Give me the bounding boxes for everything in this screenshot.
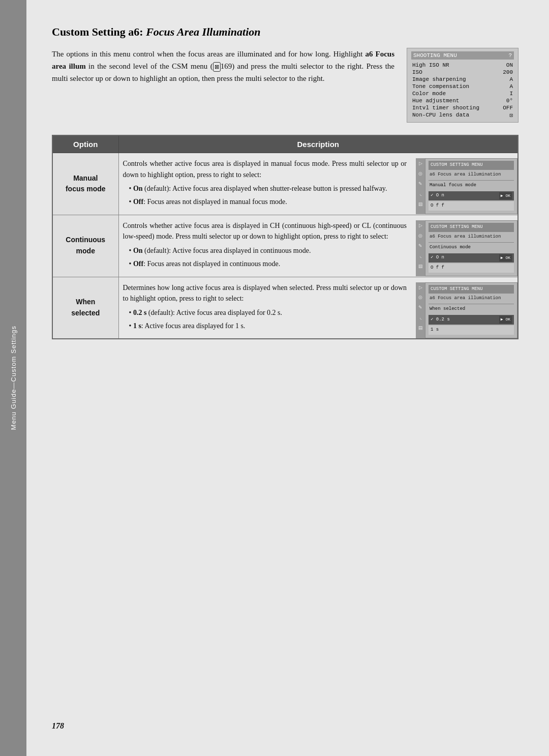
title-normal: Custom Setting a6:: [52, 25, 146, 38]
screen-0: ▷◎✎◟▤CUSTOM SETTING MENUa6 Focus area il…: [416, 158, 517, 214]
screen-title-1: CUSTOM SETTING MENU: [429, 223, 514, 232]
desc-cell-0: Controls whether active focus area is di…: [118, 153, 518, 215]
menu-row-8: Non-CPU lens data ⊡: [411, 111, 514, 119]
screen-inner-2: CUSTOM SETTING MENUa6 Focus area illumin…: [425, 282, 517, 338]
title-italic: Focus Area Illumination: [146, 25, 260, 38]
screen-row-1-0: ✓ O n▶ OK: [429, 253, 514, 263]
page-content: Custom Setting a6: Focus Area Illuminati…: [26, 0, 549, 756]
intro-icon: 169: [221, 62, 232, 70]
screen-sidebar-1: ▷◎✎◟▤: [416, 220, 425, 276]
option-cell-2: Whenselected: [52, 277, 118, 339]
menu-row-7: Intvl timer shooting OFF: [411, 104, 514, 111]
screen-row-label: O f f: [431, 265, 444, 272]
page-number: 178: [52, 711, 518, 731]
screen-1: ▷◎✎◟▤CUSTOM SETTING MENUa6 Focus area il…: [416, 220, 517, 276]
sidebar-icon: ◟: [420, 314, 421, 322]
shooting-menu-title-text: SHOOTING MENU: [413, 52, 457, 59]
screen-ok-button: ▶ OK: [499, 192, 512, 199]
sidebar-icon: ▤: [418, 325, 423, 332]
shooting-menu-title: SHOOTING MENU ?: [411, 51, 514, 60]
screen-row-label: 1 s: [431, 327, 439, 334]
menu-value-7: OFF: [503, 105, 513, 111]
sidebar-icon: ◎: [418, 170, 422, 178]
sidebar-icon: ▤: [418, 201, 423, 208]
screen-row-0-0: ✓ O n▶ OK: [429, 191, 514, 200]
sidebar-icon: ◎: [418, 232, 422, 240]
screen-title-0: CUSTOM SETTING MENU: [429, 161, 514, 170]
screen-title-2: CUSTOM SETTING MENU: [429, 285, 514, 294]
screen-subtitle-1: a6 Focus area illumination: [429, 234, 514, 241]
option-cell-1: Continuousmode: [52, 215, 118, 277]
menu-value-3: A: [509, 76, 513, 82]
screen-row-label: ✓ 0.2 s: [431, 316, 450, 324]
col-description-header: Description: [118, 135, 518, 153]
options-table: Option Description Manualfocus modeContr…: [52, 135, 518, 339]
screen-inner-0: CUSTOM SETTING MENUa6 Focus area illumin…: [425, 158, 517, 214]
screen-inner-1: CUSTOM SETTING MENUa6 Focus area illumin…: [425, 220, 517, 276]
sidebar-icon: ✎: [418, 243, 422, 250]
intro-text: The options in this menu control when th…: [52, 48, 394, 84]
menu-value-5: I: [509, 91, 513, 97]
desc-text-0: Controls whether active focus area is di…: [119, 153, 411, 215]
intro-p2: in the second level of the CSM menu (: [86, 62, 213, 70]
option-cell-0: Manualfocus mode: [52, 153, 118, 215]
menu-row-6: Hue adjustment 0°: [411, 97, 514, 104]
menu-label-2: ISO: [412, 69, 422, 75]
sidebar-icon: ✎: [418, 304, 422, 311]
menu-row-2: ISO 200: [411, 69, 514, 76]
screen-2: ▷◎✎◟▤CUSTOM SETTING MENUa6 Focus area il…: [416, 282, 517, 338]
csm-icon: ⊠: [213, 62, 221, 72]
menu-value-1: ON: [506, 62, 513, 68]
desc-wrapper-2: Determines how long active focus area is…: [119, 277, 518, 339]
desc-wrapper-0: Controls whether active focus area is di…: [119, 153, 518, 215]
menu-row-3: Image sharpening A: [411, 76, 514, 83]
screen-row-label: ✓ O n: [431, 192, 444, 199]
desc-text-2: Determines how long active focus area is…: [119, 277, 411, 339]
sidebar-label: Menu Guide—Custom Settings: [10, 326, 17, 430]
screen-option-0: Manual focus mode: [429, 182, 514, 189]
col-option-header: Option: [52, 135, 118, 153]
menu-label-7: Intvl timer shooting: [412, 105, 479, 111]
shooting-menu-help: ?: [508, 52, 512, 59]
menu-value-4: A: [509, 83, 513, 90]
sidebar-icon: ✎: [418, 181, 422, 188]
screen-ok-button: ▶ OK: [499, 254, 512, 261]
screen-row-0-1: O f f: [429, 201, 514, 211]
sidebar-icon: ▷: [419, 160, 422, 167]
intro-p1: The options in this menu control when th…: [52, 50, 365, 58]
desc-wrapper-1: Controls whether active focus area is di…: [119, 215, 518, 277]
shooting-menu-screenshot: SHOOTING MENU ? High ISO NR ON ISO 200 I…: [407, 48, 518, 123]
sidebar: Menu Guide—Custom Settings: [0, 0, 26, 756]
screen-row-2-0: ✓ 0.2 s▶ OK: [429, 315, 514, 324]
screen-option-1: Continuous mode: [429, 244, 514, 251]
sidebar-icon: ▷: [419, 222, 422, 229]
sidebar-icon: ▤: [418, 263, 423, 270]
menu-value-8: ⊡: [509, 112, 513, 119]
menu-label-4: Tone compensation: [412, 83, 469, 90]
screen-sidebar-2: ▷◎✎◟▤: [416, 282, 425, 338]
menu-label-3: Image sharpening: [412, 76, 466, 82]
menu-label-6: Hue adjustment: [412, 98, 459, 104]
sidebar-icon: ◟: [420, 253, 421, 260]
screen-option-2: When selected: [429, 306, 514, 313]
menu-row-5: Color mode I: [411, 90, 514, 97]
screen-sidebar-0: ▷◎✎◟▤: [416, 158, 425, 214]
desc-text-1: Controls whether active focus area is di…: [119, 215, 411, 277]
menu-label-8: Non-CPU lens data: [412, 112, 469, 119]
menu-label-5: Color mode: [412, 91, 446, 97]
menu-value-2: 200: [503, 69, 513, 75]
sidebar-icon: ◎: [418, 294, 422, 301]
page-title: Custom Setting a6: Focus Area Illuminati…: [52, 25, 518, 39]
screen-row-label: O f f: [431, 202, 444, 210]
screen-ok-button: ▶ OK: [499, 316, 512, 323]
menu-value-6: 0°: [506, 98, 513, 104]
desc-cell-1: Controls whether active focus area is di…: [118, 215, 518, 277]
menu-row-4: Tone compensation A: [411, 83, 514, 90]
menu-label-1: High ISO NR: [412, 62, 449, 68]
screen-subtitle-2: a6 Focus area illumination: [429, 295, 514, 302]
screen-row-label: ✓ O n: [431, 254, 444, 261]
sidebar-icon: ▷: [419, 284, 422, 292]
screen-row-1-1: O f f: [429, 264, 514, 273]
sidebar-icon: ◟: [420, 191, 421, 198]
screen-subtitle-0: a6 Focus area illumination: [429, 171, 514, 179]
